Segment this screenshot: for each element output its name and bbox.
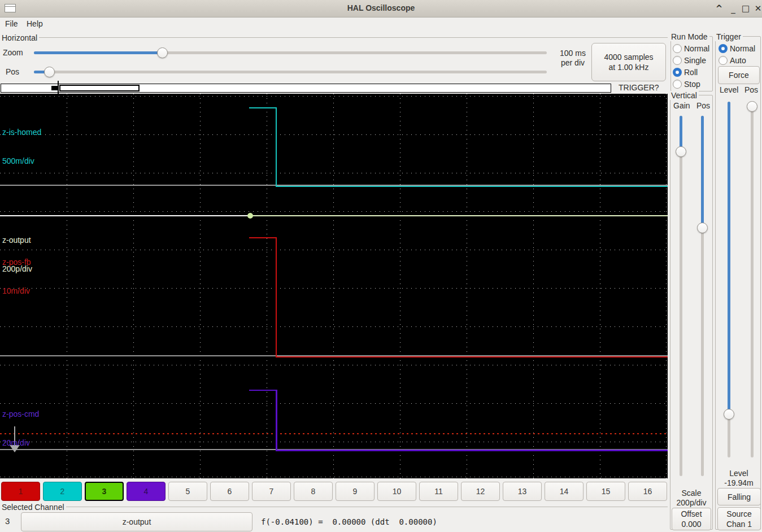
grid-line [333, 94, 334, 478]
trace-z-output [251, 215, 668, 216]
channel-button-13[interactable]: 13 [503, 482, 542, 501]
trigger-normal-label[interactable]: Normal [730, 44, 755, 53]
menu-help[interactable]: Help [27, 19, 43, 28]
selected-channel-group-border [0, 507, 668, 507]
run-mode-single-label[interactable]: Single [684, 56, 706, 65]
selected-channel-name-button[interactable]: z-output [21, 512, 252, 531]
trace-z-output-sample-dot [247, 213, 253, 219]
grid-line [67, 94, 67, 478]
pos-slider-label: Pos [6, 67, 19, 76]
samples-rate: at 1.00 kHz [609, 62, 649, 72]
trigger-status-label: TRIGGER? [619, 83, 659, 92]
run-mode-stop-label[interactable]: Stop [684, 80, 700, 89]
selected-channel-number: 3 [5, 516, 10, 526]
channel-button-12[interactable]: 12 [461, 482, 500, 501]
vertical-pos-slider-handle[interactable] [697, 223, 708, 233]
channel-button-6[interactable]: 6 [210, 482, 249, 501]
samples-button[interactable]: 4000 samples at 1.00 kHz [591, 43, 666, 81]
trace-z-is-homed [276, 107, 277, 186]
run-mode-group-label: Run Mode [669, 32, 709, 41]
trigger-level-slider-fill [728, 102, 730, 415]
vertical-pos-slider-fill [701, 116, 704, 228]
trigger-auto-radio[interactable] [719, 56, 728, 65]
grid-line [133, 94, 134, 478]
shade-button[interactable]: ^ [713, 2, 725, 15]
channel-button-5[interactable]: 5 [168, 482, 207, 501]
selected-channel-group-label: Selected Channel [0, 503, 66, 512]
grid-line [0, 477, 668, 477]
channel-button-4[interactable]: 4 [127, 482, 166, 501]
pos-slider-handle[interactable] [44, 67, 55, 77]
grid-line [0, 96, 668, 97]
vertical-offset-button[interactable]: Offset 0.000 [672, 508, 711, 530]
horizontal-group-label: Horizontal [0, 33, 39, 42]
trigger-pos-slider-handle[interactable] [747, 101, 757, 112]
channel-label-z-pos-fb: z-pos-fb 10m/div [2, 238, 31, 315]
trigger-pos-slider-label: Pos [744, 85, 758, 94]
trigger-edge-button[interactable]: Falling [717, 488, 761, 505]
vertical-gain-slider-handle[interactable] [676, 146, 686, 157]
run-mode-normal-label[interactable]: Normal [684, 44, 709, 53]
channel-button-8[interactable]: 8 [294, 482, 333, 501]
grid-line [400, 94, 400, 478]
grid-line [0, 365, 668, 365]
channel-button-11[interactable]: 11 [419, 482, 458, 501]
grid-line [0, 211, 668, 212]
trace-z-pos-fb [249, 237, 277, 238]
grid-line [600, 94, 600, 478]
menu-file[interactable]: File [5, 19, 18, 28]
channel-button-16[interactable]: 16 [628, 482, 667, 501]
close-button[interactable]: ✕ [752, 2, 762, 15]
zoom-slider-handle[interactable] [157, 47, 168, 58]
grid-line [0, 326, 668, 327]
trigger-pos-slider-track[interactable] [751, 102, 754, 457]
channel-button-9[interactable]: 9 [336, 482, 375, 501]
channel-button-3[interactable]: 3 [85, 482, 124, 501]
grid-line [533, 94, 534, 478]
time-per-div-readout: 100 ms per div [555, 49, 590, 68]
grid-line [0, 442, 668, 442]
window-title: HAL Oscilloscope [0, 3, 762, 12]
zoom-slider-label: Zoom [3, 48, 23, 57]
grid-line [0, 134, 668, 135]
maximize-button[interactable]: □ [740, 2, 751, 15]
channel-button-10[interactable]: 10 [377, 482, 416, 501]
grid-line [200, 94, 201, 478]
time-per-div-value: 100 ms [555, 49, 590, 58]
trigger-force-button[interactable]: Force [718, 66, 760, 84]
run-mode-single-radio[interactable] [673, 56, 682, 65]
channel-button-2[interactable]: 2 [43, 482, 82, 501]
trace-z-pos-cmd [276, 450, 668, 451]
titlebar: HAL Oscilloscope ^ _ □ ✕ [0, 0, 762, 18]
trace-z-pos-fb [276, 356, 668, 357]
run-mode-roll-label[interactable]: Roll [684, 68, 698, 77]
channel-button-7[interactable]: 7 [252, 482, 291, 501]
trigger-source-button[interactable]: Source Chan 1 [717, 507, 761, 530]
run-mode-stop-radio[interactable] [673, 80, 682, 89]
grid-line [467, 94, 467, 478]
trace-z-is-homed [276, 186, 668, 187]
pos-slider-track[interactable] [34, 71, 547, 73]
trigger-group-label: Trigger [715, 32, 743, 41]
run-mode-normal-radio[interactable] [673, 44, 682, 53]
vertical-pos-label: Pos [696, 101, 710, 110]
trace-z-is-homed [249, 107, 277, 108]
trigger-level-slider-handle[interactable] [724, 409, 734, 420]
grid-line [666, 94, 667, 478]
trigger-normal-radio[interactable] [719, 44, 728, 53]
record-view-trigger-marker [58, 81, 59, 96]
minimize-button[interactable]: _ [728, 2, 739, 15]
grid-line [0, 288, 668, 289]
samples-count: 4000 samples [604, 52, 653, 62]
vertical-gain-slider-track[interactable] [680, 116, 682, 476]
trace-z-pos-cmd [276, 390, 277, 451]
run-mode-roll-radio[interactable] [673, 68, 682, 77]
channel-value-readout: f(-0.04100) = 0.00000 (ddt 0.00000) [261, 517, 437, 526]
channel-button-14[interactable]: 14 [545, 482, 584, 501]
channel-button-15[interactable]: 15 [586, 482, 625, 501]
trigger-level-line [0, 433, 668, 434]
halscope-window: HAL Oscilloscope ^ _ □ ✕ File Help Horiz… [0, 0, 762, 532]
channel-button-1[interactable]: 1 [1, 482, 40, 501]
grid-line [0, 173, 668, 173]
trigger-auto-label[interactable]: Auto [730, 56, 746, 65]
